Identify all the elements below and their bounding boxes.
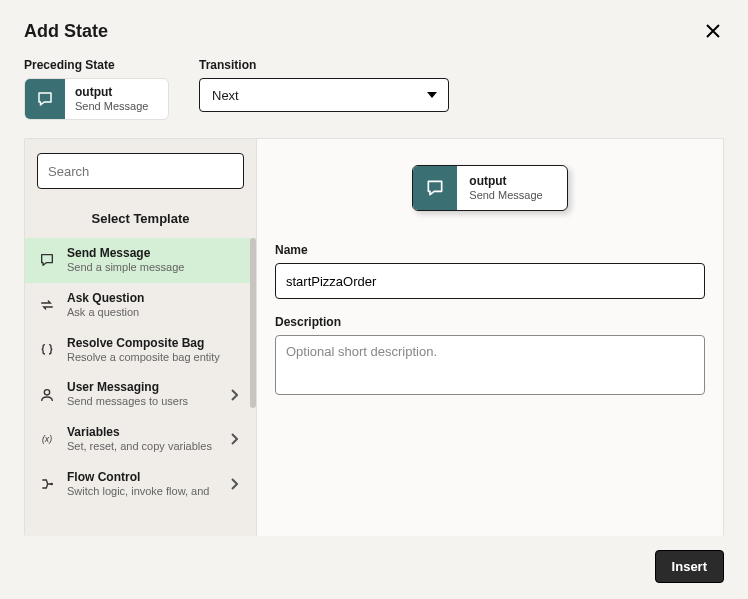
chip-subtitle: Send Message	[469, 189, 542, 202]
template-title: Resolve Composite Bag	[67, 336, 244, 351]
template-item-0[interactable]: Send MessageSend a simple message	[25, 238, 256, 283]
chip-title: output	[469, 174, 542, 188]
template-texts: Resolve Composite BagResolve a composite…	[67, 336, 244, 365]
chevron-right-icon	[230, 433, 244, 445]
var-icon: (x)	[37, 429, 57, 449]
template-subtitle: Send messages to users	[67, 395, 220, 409]
transition-field: Transition Next	[199, 58, 449, 120]
dialog-footer: Insert	[24, 536, 724, 583]
chevron-right-icon	[230, 389, 244, 401]
chevron-right-icon	[230, 478, 244, 490]
description-label: Description	[275, 315, 705, 329]
template-list[interactable]: Send MessageSend a simple messageAsk Que…	[25, 238, 256, 536]
template-item-4[interactable]: (x)VariablesSet, reset, and copy variabl…	[25, 417, 256, 462]
template-texts: Flow ControlSwitch logic, invoke flow, a…	[67, 470, 220, 499]
search-input[interactable]	[37, 153, 244, 189]
template-item-2[interactable]: Resolve Composite BagResolve a composite…	[25, 328, 256, 373]
transition-value: Next	[212, 88, 239, 103]
top-row: Preceding State output Send Message Tran…	[24, 58, 724, 120]
body-panel: Select Template Send MessageSend a simpl…	[24, 138, 724, 536]
preview-chip-wrap: output Send Message	[275, 165, 705, 211]
transition-select-wrap: Next	[199, 78, 449, 112]
description-input[interactable]	[275, 335, 705, 395]
template-item-5[interactable]: Flow ControlSwitch logic, invoke flow, a…	[25, 462, 256, 507]
name-label: Name	[275, 243, 705, 257]
transition-select[interactable]: Next	[199, 78, 449, 112]
transition-label: Transition	[199, 58, 449, 72]
chip-text: output Send Message	[65, 81, 160, 117]
sidebar-heading: Select Template	[25, 197, 256, 238]
insert-button[interactable]: Insert	[655, 550, 724, 583]
template-title: Variables	[67, 425, 220, 440]
template-title: Ask Question	[67, 291, 244, 306]
chat-icon	[37, 250, 57, 270]
dialog-header: Add State	[24, 20, 724, 42]
template-item-1[interactable]: Ask QuestionAsk a question	[25, 283, 256, 328]
template-title: User Messaging	[67, 380, 220, 395]
template-subtitle: Switch logic, invoke flow, and	[67, 485, 220, 499]
close-icon	[706, 24, 720, 38]
svg-point-0	[44, 389, 49, 394]
search-wrap	[25, 139, 256, 197]
chat-icon	[25, 79, 65, 119]
template-item-3[interactable]: User MessagingSend messages to users	[25, 372, 256, 417]
flow-icon	[37, 474, 57, 494]
template-texts: Ask QuestionAsk a question	[67, 291, 244, 320]
template-sidebar: Select Template Send MessageSend a simpl…	[25, 139, 257, 536]
template-title: Flow Control	[67, 470, 220, 485]
swap-icon	[37, 295, 57, 315]
name-field: Name	[275, 243, 705, 299]
svg-point-2	[50, 483, 53, 486]
preceding-state-label: Preceding State	[24, 58, 169, 72]
description-field: Description	[275, 315, 705, 399]
preview-chip: output Send Message	[412, 165, 567, 211]
template-texts: VariablesSet, reset, and copy variables	[67, 425, 220, 454]
template-texts: Send MessageSend a simple message	[67, 246, 244, 275]
detail-pane: output Send Message Name Description	[257, 139, 723, 536]
template-texts: User MessagingSend messages to users	[67, 380, 220, 409]
template-subtitle: Set, reset, and copy variables	[67, 440, 220, 454]
name-input[interactable]	[275, 263, 705, 299]
chip-subtitle: Send Message	[75, 100, 148, 113]
chat-icon	[413, 166, 457, 210]
template-subtitle: Send a simple message	[67, 261, 244, 275]
template-title: Send Message	[67, 246, 244, 261]
svg-text:(x): (x)	[42, 435, 52, 445]
preceding-state-chip[interactable]: output Send Message	[24, 78, 169, 120]
dialog-title: Add State	[24, 21, 108, 42]
close-button[interactable]	[702, 20, 724, 42]
scrollbar-thumb[interactable]	[250, 238, 256, 408]
preceding-state-field: Preceding State output Send Message	[24, 58, 169, 120]
user-icon	[37, 385, 57, 405]
template-subtitle: Ask a question	[67, 306, 244, 320]
chip-text: output Send Message	[457, 169, 566, 207]
chip-title: output	[75, 85, 148, 99]
add-state-dialog: Add State Preceding State output Send Me…	[0, 0, 748, 599]
template-subtitle: Resolve a composite bag entity	[67, 351, 244, 365]
braces-icon	[37, 340, 57, 360]
